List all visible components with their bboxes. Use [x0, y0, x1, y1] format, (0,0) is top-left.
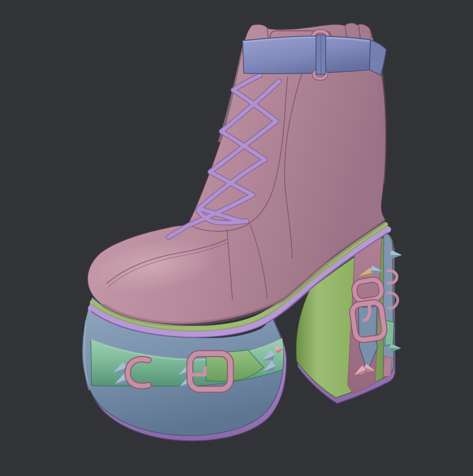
- boot-3d-render: [0, 0, 473, 476]
- cuff-strap-band: [243, 36, 370, 74]
- heel-side-pink-tab: [383, 356, 392, 377]
- viewport-3d-render: [0, 0, 473, 476]
